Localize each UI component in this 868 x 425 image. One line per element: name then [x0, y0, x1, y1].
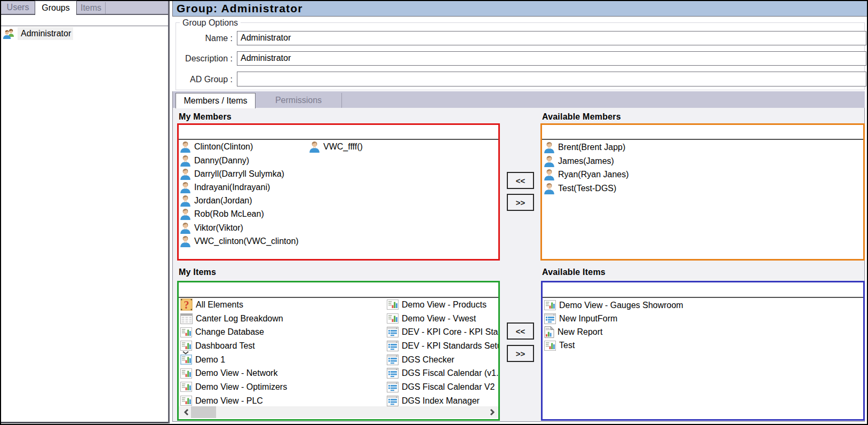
svg-text:?: ? [184, 299, 189, 311]
